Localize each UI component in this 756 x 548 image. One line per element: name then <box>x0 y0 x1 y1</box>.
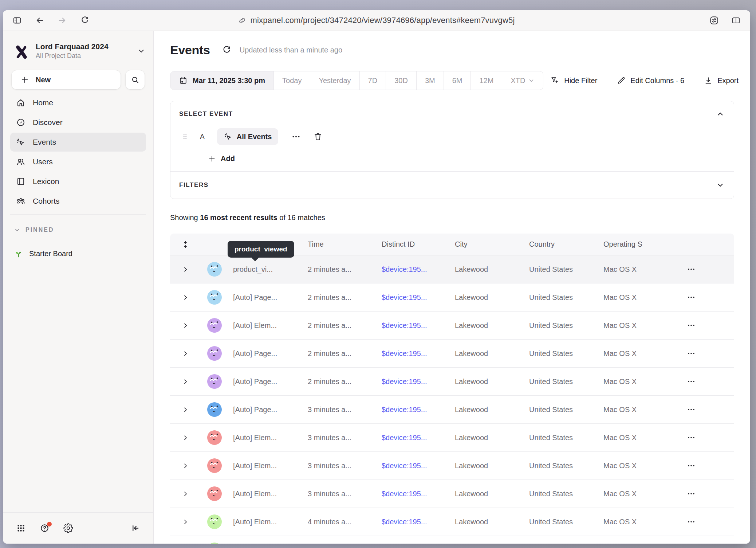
row-event-name: product_vi... <box>223 265 308 274</box>
filters-section: FILTERS <box>170 172 734 199</box>
column-distinct-id[interactable]: Distinct ID <box>382 240 455 248</box>
forward-icon[interactable] <box>58 16 67 25</box>
expand-row-icon[interactable] <box>182 351 189 357</box>
date-picker-button[interactable]: Mar 11, 2025 3:30 pm <box>170 71 273 90</box>
row-more-button[interactable] <box>668 349 715 358</box>
row-distinct-id[interactable]: $device:195... <box>382 321 455 330</box>
column-country[interactable]: Country <box>529 240 603 248</box>
apps-grid-button[interactable] <box>16 523 26 533</box>
row-distinct-id[interactable]: $device:195... <box>382 406 455 414</box>
add-event-button[interactable]: Add <box>170 154 235 163</box>
range-yesterday[interactable]: Yesterday <box>310 71 359 90</box>
range-30d[interactable]: 30D <box>386 71 416 90</box>
row-time: 3 minutes a... <box>308 490 382 498</box>
mixpanel-logo <box>13 43 30 59</box>
expand-row-icon[interactable] <box>182 379 189 385</box>
chevron-down-icon[interactable] <box>716 181 724 189</box>
edit-columns-button[interactable]: Edit Columns · 6 <box>617 76 684 85</box>
expand-row-icon[interactable] <box>182 463 189 469</box>
cohorts-icon <box>16 196 25 206</box>
sidebar-item-home[interactable]: Home <box>10 93 146 112</box>
settings-button[interactable] <box>63 523 73 533</box>
row-more-button[interactable] <box>668 461 715 470</box>
range-3m[interactable]: 3M <box>416 71 444 90</box>
expand-row-icon[interactable] <box>182 322 189 329</box>
collapse-rows-icon[interactable] <box>181 240 190 249</box>
column-city[interactable]: City <box>455 240 529 248</box>
sidebar-item-starter-board[interactable]: Starter Board <box>14 244 145 263</box>
pinned-section-toggle[interactable]: PINNED <box>14 226 145 234</box>
table-row[interactable]: [Auto] Page... 3 minutes a... $device:19… <box>170 396 734 424</box>
row-more-button[interactable] <box>668 517 715 526</box>
row-distinct-id[interactable]: $device:195... <box>382 293 455 302</box>
split-view-icon[interactable] <box>731 16 741 25</box>
table-row[interactable]: [Auto] Elem... 2 minutes a... $device:19… <box>170 312 734 340</box>
row-more-button[interactable] <box>668 489 715 498</box>
sidebar-item-lexicon[interactable]: Lexicon <box>10 172 146 191</box>
address-bar[interactable]: mixpanel.com/project/3472420/view/397469… <box>238 16 515 25</box>
row-distinct-id[interactable]: $device:195... <box>382 265 455 274</box>
refresh-icon[interactable] <box>222 45 232 55</box>
row-more-button[interactable] <box>668 377 715 386</box>
reload-icon[interactable] <box>80 16 90 25</box>
sidebar-item-label: Discover <box>33 118 63 127</box>
range-xtd[interactable]: XTD <box>502 71 543 90</box>
row-os: Mac OS X <box>603 377 668 386</box>
drag-handle-icon[interactable] <box>181 132 189 141</box>
search-button[interactable] <box>126 70 145 89</box>
delete-event-button[interactable] <box>313 132 323 141</box>
sidebar-item-discover[interactable]: Discover <box>10 113 146 132</box>
event-more-button[interactable] <box>291 132 302 141</box>
hide-filter-button[interactable]: Hide Filter <box>551 76 597 85</box>
table-row[interactable]: [Auto] Elem... 3 minutes a... $device:19… <box>170 452 734 480</box>
sidebar-item-cohorts[interactable]: Cohorts <box>10 192 146 211</box>
collapse-sidebar-button[interactable] <box>130 523 140 533</box>
results-summary: Showing 16 most recent results of 16 mat… <box>170 214 734 223</box>
range-7d[interactable]: 7D <box>359 71 386 90</box>
table-row[interactable]: [Auto] Elem... 3 minutes a... $device:19… <box>170 480 734 508</box>
row-more-button[interactable] <box>668 293 715 302</box>
table-row[interactable]: [Auto] Page... 2 minutes a... $device:19… <box>170 283 734 312</box>
row-time: 2 minutes a... <box>308 293 382 302</box>
column-time[interactable]: Time <box>308 240 382 248</box>
range-6m[interactable]: 6M <box>444 71 471 90</box>
table-row[interactable]: [Auto] Page... 2 minutes a... $device:19… <box>170 340 734 368</box>
sidebar-item-users[interactable]: Users <box>10 152 146 171</box>
row-distinct-id[interactable]: $device:195... <box>382 462 455 470</box>
back-icon[interactable] <box>35 16 44 25</box>
page-settings-icon[interactable] <box>709 16 719 25</box>
sidebar-item-events[interactable]: Events <box>10 133 146 152</box>
table-row[interactable]: [Auto] Page... 2 minutes a... $device:19… <box>170 368 734 396</box>
expand-row-icon[interactable] <box>182 491 189 497</box>
chevron-up-icon[interactable] <box>716 110 724 118</box>
row-distinct-id[interactable]: $device:195... <box>382 377 455 386</box>
expand-row-icon[interactable] <box>182 519 189 525</box>
help-button[interactable] <box>40 523 50 533</box>
row-more-button[interactable] <box>668 433 715 442</box>
event-selector-chip[interactable]: All Events <box>217 128 279 145</box>
row-os: Mac OS X <box>603 265 668 274</box>
expand-row-icon[interactable] <box>182 294 189 301</box>
column-os[interactable]: Operating S <box>603 240 668 248</box>
row-distinct-id[interactable]: $device:195... <box>382 349 455 358</box>
row-distinct-id[interactable]: $device:195... <box>382 434 455 442</box>
table-row[interactable]: [Auto] Elem... 4 minutes a... $device:19… <box>170 508 734 536</box>
range-12m[interactable]: 12M <box>470 71 502 90</box>
expand-row-icon[interactable] <box>182 266 189 273</box>
range-today[interactable]: Today <box>273 71 310 90</box>
new-button[interactable]: New <box>12 70 121 89</box>
sidebar-item-label: Users <box>33 157 53 166</box>
table-row[interactable]: [Auto] Elem... 3 minutes a... $device:19… <box>170 424 734 452</box>
home-icon <box>16 98 25 107</box>
row-distinct-id[interactable]: $device:195... <box>382 490 455 498</box>
export-button[interactable]: Export <box>704 76 739 85</box>
row-distinct-id[interactable]: $device:195... <box>382 518 455 526</box>
table-row[interactable] <box>170 536 734 544</box>
row-more-button[interactable] <box>668 321 715 330</box>
project-switcher[interactable]: Lord Farquaad 2024 All Project Data <box>13 40 145 62</box>
row-more-button[interactable] <box>668 405 715 414</box>
row-more-button[interactable] <box>668 265 715 274</box>
expand-row-icon[interactable] <box>182 407 189 413</box>
browser-sidebar-toggle-icon[interactable] <box>12 16 22 25</box>
expand-row-icon[interactable] <box>182 435 189 441</box>
